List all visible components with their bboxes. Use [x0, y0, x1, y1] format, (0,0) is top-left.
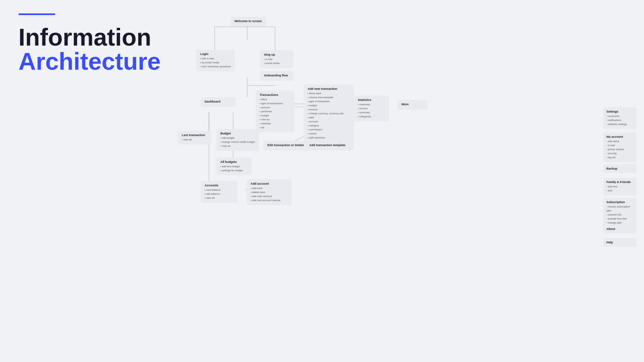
node-edit-delete: Edit transaction or Delete	[263, 141, 308, 150]
sidebar-settings: Settings › currencies› notifications› st…	[603, 107, 637, 129]
sidebar-help: Help	[603, 238, 637, 247]
node-signup: Sing up e-mail social media	[260, 50, 293, 68]
title-line1: Information	[18, 25, 161, 49]
node-add-account: Add account add bank delete bank add cas…	[247, 179, 292, 205]
node-statistics: Statistics expenses income summary categ…	[354, 96, 389, 121]
title-area: Information Architecture	[18, 13, 161, 73]
node-login: Login with e-mail by social media can't …	[196, 50, 235, 71]
title-line2: Architecture	[18, 49, 161, 73]
node-more: More	[397, 100, 428, 110]
node-accounts: Accounts card balance add balance view a…	[201, 181, 237, 203]
diagram: Welcome to screen Login with e-mail by s…	[164, 7, 597, 355]
sidebar-my-account: My account › add name› e-mail› phone num…	[603, 132, 637, 162]
node-last-transaction: Last transaction view all	[178, 131, 211, 144]
node-welcome: Welcome to screen	[230, 17, 266, 26]
node-transactions: Transactions filters type of transaction…	[256, 90, 294, 132]
sidebar-family-friends: Family & Friends › add new› add	[603, 178, 637, 195]
node-onboarding: Onboarding flow	[260, 71, 293, 81]
node-budget: Budget edit budget change current visibl…	[216, 129, 259, 151]
sidebar-about: About	[603, 225, 637, 233]
node-all-budgets: All budgets add new budget settings for …	[216, 158, 252, 175]
title-bar	[18, 13, 55, 15]
sidebar-subscription: Subscription › choose subscription plan›…	[603, 198, 637, 228]
sidebar-backup: Backup	[603, 164, 637, 173]
node-dashboard: Dashboard	[201, 97, 236, 107]
node-add-template: Add transaction template	[305, 141, 350, 150]
